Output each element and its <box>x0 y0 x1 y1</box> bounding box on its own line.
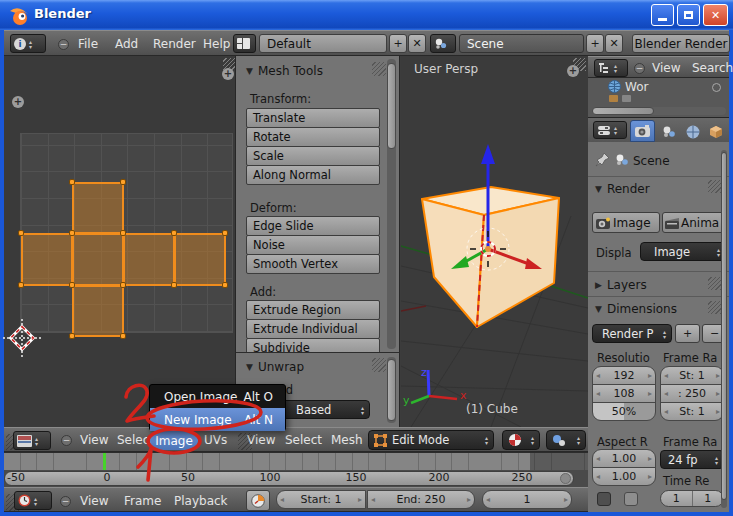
editor-type-selector-timeline[interactable]: ▴▾ <box>14 491 52 510</box>
screen-layout-name-field[interactable]: Default <box>259 34 387 53</box>
unwrap-scrollbar[interactable] <box>387 357 396 423</box>
frame-end-field[interactable]: ◂: 250▸ <box>660 384 724 403</box>
collapse-menus-icon[interactable]: − <box>634 63 645 74</box>
close-button[interactable]: ✕ <box>703 4 728 26</box>
frame-start-field[interactable]: ◂St: 1▸ <box>660 366 724 385</box>
panel-grip[interactable] <box>708 277 721 290</box>
collapse-menus-icon[interactable]: − <box>61 435 72 446</box>
view3d-menu-view[interactable]: View <box>247 433 275 447</box>
dimensions-panel-header[interactable]: ▼ Dimensions <box>595 302 677 316</box>
collapse-menus-icon[interactable]: − <box>58 39 69 50</box>
screen-layout-button[interactable] <box>233 34 256 53</box>
render-presets-dropdown[interactable]: Render P ▴▾ <box>592 324 672 343</box>
viewport-3d[interactable]: User Persp + <box>401 56 588 427</box>
frame-rate-dropdown[interactable]: 24 fp ▴▾ <box>660 450 724 469</box>
unwrap-panel-header[interactable]: ▼ Unwrap <box>246 360 304 374</box>
uv-menu-uvs[interactable]: UVs <box>204 433 227 447</box>
tab-render[interactable] <box>630 120 655 142</box>
panel-grip[interactable] <box>708 180 721 193</box>
uv-image-editor[interactable]: + + <box>4 56 236 427</box>
menu-file[interactable]: File <box>78 37 98 51</box>
uv-vertex[interactable] <box>18 282 24 288</box>
minimize-button[interactable] <box>651 4 674 26</box>
frame-step-field[interactable]: ◂St: 1▸ <box>660 402 724 421</box>
current-frame-stepper[interactable]: ◂1▸ <box>482 490 572 509</box>
uv-face[interactable] <box>123 233 175 286</box>
uv-face[interactable] <box>72 285 124 337</box>
border-checkbox[interactable] <box>597 492 611 506</box>
render-animation-button[interactable]: Anima <box>662 212 726 233</box>
menu-item-new-image[interactable]: New Image Alt N <box>150 408 285 431</box>
uv-vertex[interactable] <box>222 282 228 288</box>
uv-face[interactable] <box>174 233 226 286</box>
display-dropdown[interactable]: Image ▴▾ <box>640 242 726 261</box>
uv-menu-view[interactable]: View <box>80 433 108 447</box>
view3d-menu-select[interactable]: Select <box>285 433 322 447</box>
uv-vertex[interactable] <box>69 179 75 185</box>
scrollbar-thumb[interactable] <box>721 152 727 500</box>
uv-face[interactable] <box>72 233 124 286</box>
uv-vertex[interactable] <box>120 179 126 185</box>
scale-button[interactable]: Scale <box>246 146 380 166</box>
tab-scene[interactable] <box>657 122 680 141</box>
tab-object[interactable] <box>704 122 727 141</box>
editor-type-selector-info[interactable]: i ▴▾ <box>10 34 46 53</box>
uv-vertex[interactable] <box>171 282 177 288</box>
delete-layout-button[interactable]: ✕ <box>408 34 426 53</box>
editor-type-selector-image[interactable]: ▴▾ <box>13 431 51 450</box>
noise-button[interactable]: Noise <box>246 235 380 255</box>
current-frame-marker[interactable] <box>103 453 106 471</box>
uv-vertex[interactable] <box>69 333 75 339</box>
scrollbar-thumb[interactable] <box>592 107 654 115</box>
scrollbar-handle[interactable] <box>560 473 571 484</box>
properties-scrollbar[interactable] <box>721 150 727 508</box>
time-remap-old-field[interactable]: 1 <box>661 491 693 506</box>
delete-scene-button[interactable]: ✕ <box>605 34 623 53</box>
timeline-menu-playback[interactable]: Playback <box>174 494 228 508</box>
uv-plus-icon[interactable]: + <box>12 96 24 108</box>
time-remap-fields[interactable]: 1 1 <box>660 490 724 507</box>
editor-type-selector-outliner[interactable]: ▴▾ <box>594 59 628 77</box>
outliner-tree[interactable]: Wor <box>588 78 729 117</box>
subdivide-button[interactable]: Subdivide <box>246 338 380 352</box>
panel-grip[interactable] <box>372 358 386 372</box>
translate-button[interactable]: Translate <box>246 108 380 128</box>
edge-slide-button[interactable]: Edge Slide <box>246 216 380 236</box>
snap-dropdown[interactable]: ▴▾ <box>546 430 586 450</box>
rotate-button[interactable]: Rotate <box>246 127 380 147</box>
tool-shelf-scrollbar[interactable] <box>387 59 396 349</box>
restrict-icon[interactable] <box>712 83 721 92</box>
uv-vertex[interactable] <box>171 230 177 236</box>
aspect-y-field[interactable]: ◂1.00▸ <box>592 467 656 486</box>
uv-plus-icon[interactable]: + <box>222 68 234 80</box>
aspect-x-field[interactable]: ◂1.00▸ <box>592 449 656 468</box>
add-scene-button[interactable]: + <box>586 34 604 53</box>
scene-browse-button[interactable] <box>430 34 456 53</box>
mesh-tools-panel-header[interactable]: ▼ Mesh Tools <box>246 64 323 78</box>
frame-start-stepper[interactable]: ◂Start: 1▸ <box>276 490 366 509</box>
extrude-region-button[interactable]: Extrude Region <box>246 300 380 320</box>
render-engine-selector[interactable]: Blender Render <box>632 34 730 53</box>
maximize-button[interactable] <box>677 4 700 26</box>
uv-face[interactable] <box>72 182 124 234</box>
editor-type-selector-properties[interactable]: ▴▾ <box>593 121 627 139</box>
uv-vertex[interactable] <box>69 230 75 236</box>
add-preset-button[interactable]: + <box>675 324 700 343</box>
uv-menu-image[interactable]: Image <box>150 431 198 450</box>
uv-menu-select[interactable]: Select <box>117 433 154 447</box>
time-remap-new-field[interactable]: 1 <box>693 491 724 506</box>
menu-item-open-image[interactable]: Open Image Alt O <box>150 385 285 408</box>
outliner-menu-view[interactable]: View <box>652 61 680 75</box>
menu-render[interactable]: Render <box>153 37 196 51</box>
pivot-dropdown[interactable]: ▴▾ <box>502 430 540 450</box>
timeline-menu-view[interactable]: View <box>80 494 108 508</box>
view3d-menu-mesh[interactable]: Mesh <box>331 433 363 447</box>
uv-vertex[interactable] <box>120 333 126 339</box>
uv-vertex[interactable] <box>18 230 24 236</box>
layers-panel-header[interactable]: ▶ Layers <box>595 278 647 292</box>
outliner-hscrollbar[interactable] <box>592 107 726 115</box>
titlebar[interactable]: Blender ✕ <box>0 0 733 30</box>
resolution-percentage-slider[interactable]: 50% <box>592 402 656 421</box>
panel-grip[interactable] <box>372 62 386 76</box>
use-preview-range-toggle[interactable] <box>246 490 270 511</box>
